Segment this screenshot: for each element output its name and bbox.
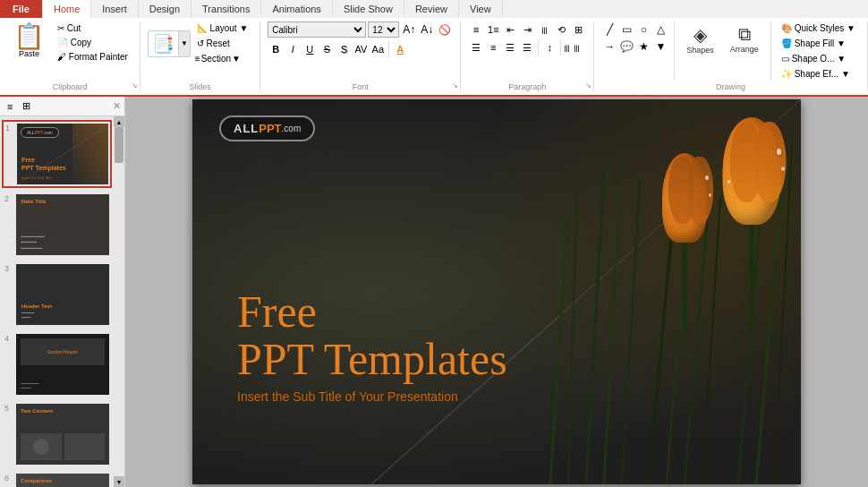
shape-line[interactable]: ╱ (601, 21, 617, 38)
shape-arrow[interactable]: → (601, 38, 617, 55)
strikethrough-button[interactable]: S (319, 41, 335, 57)
bullets-button[interactable]: ≡ (468, 21, 484, 38)
font-name-selector[interactable]: Calibri (268, 21, 366, 38)
justify-button[interactable]: ☰ (519, 39, 535, 56)
shapes-button[interactable]: ◈ Shapes (680, 21, 720, 57)
arrange-label: Arrange (730, 45, 759, 54)
slide-canvas[interactable]: ALLPPT.com Free PPT Templates Insert the… (192, 99, 801, 484)
text-direction-button[interactable]: ⟲ (553, 21, 569, 38)
decrease-indent-button[interactable]: ⇤ (502, 21, 518, 38)
shape-triangle[interactable]: △ (652, 21, 668, 38)
decrease-font-button[interactable]: A↓ (419, 21, 435, 38)
numbering-button[interactable]: 1≡ (485, 21, 501, 38)
paste-icon: 📋 (13, 24, 45, 49)
underline-button[interactable]: U (302, 41, 318, 57)
shape-fill-button[interactable]: 🪣 Shape Fill ▼ (777, 37, 860, 50)
logo-suffix: .com (282, 124, 302, 133)
tab-file[interactable]: File (0, 0, 43, 18)
slide-preview-2: ━━━━━━━━━━━━━━━━━━━━━━━ Slide Title (16, 194, 109, 255)
outline-view-button[interactable]: ≡ (4, 99, 16, 114)
align-right-button[interactable]: ☰ (502, 39, 518, 56)
quick-styles-button[interactable]: 🎨 Quick Styles ▼ (777, 21, 860, 35)
format-painter-button[interactable]: 🖌 Format Painter (53, 50, 132, 64)
slide-num-2: 2 (4, 194, 13, 203)
scroll-down-button[interactable]: ▼ (114, 476, 124, 487)
increase-indent-button[interactable]: ⇥ (519, 21, 535, 38)
droplet-mid-2 (709, 193, 711, 197)
slide-thumb-5[interactable]: 5 Two Content (2, 401, 112, 467)
columns-button[interactable]: ⫼ (536, 21, 552, 38)
slide-thumb-6[interactable]: 6 Comparison (2, 471, 112, 487)
slide-thumb-4[interactable]: 4 Section Header ━━━━━━━━━━━━━━━━ (2, 331, 112, 397)
shape-oval[interactable]: ○ (635, 21, 651, 38)
convert-smartart-button[interactable]: ⊞ (570, 21, 586, 38)
column-count-button[interactable]: ⫼⫼ (564, 39, 580, 56)
font-color-button[interactable]: A (392, 41, 408, 57)
paste-button[interactable]: 📋 Paste (7, 21, 51, 61)
tab-slideshow[interactable]: Slide Show (333, 0, 404, 18)
scroll-up-button[interactable]: ▲ (114, 116, 124, 127)
spacing-button[interactable]: AV (353, 41, 369, 57)
slide-thumb-2[interactable]: 2 ━━━━━━━━━━━━━━━━━━━━━━━ Slide Title (2, 192, 112, 258)
logo-all: ALL (234, 122, 259, 135)
section-button[interactable]: ≡ Section ▼ (192, 52, 252, 65)
slide-text-container: Free PPT Templates Insert the Sub Title … (237, 288, 507, 404)
shape-outline-button[interactable]: ▭ Shape O... ▼ (777, 52, 860, 65)
font-expand[interactable]: ↘ (452, 81, 458, 90)
font-label: Font (268, 82, 453, 91)
tab-home[interactable]: Home (43, 0, 91, 18)
tab-transitions[interactable]: Transitions (191, 0, 261, 18)
tab-view[interactable]: View (459, 0, 503, 18)
slide-view-button[interactable]: ⊞ (19, 98, 34, 114)
shape-callout[interactable]: 💬 (618, 38, 634, 55)
shape-rect[interactable]: ▭ (618, 21, 634, 38)
shape-star[interactable]: ★ (635, 38, 651, 55)
paste-label: Paste (19, 49, 39, 58)
slide-thumb-1[interactable]: 1 ALLPPT.com FreePPT Templates Insert th… (2, 120, 112, 188)
slide-num-5: 5 (4, 404, 13, 413)
petal-mid-right (688, 157, 713, 224)
drawing-divider (674, 21, 675, 81)
tab-animations[interactable]: Animations (261, 0, 332, 18)
shape-effects-button[interactable]: ✨ Shape Ef... ▼ (777, 67, 860, 81)
tab-insert[interactable]: Insert (91, 0, 139, 18)
arrange-button[interactable]: ⧉ Arrange (724, 21, 765, 56)
increase-font-button[interactable]: A↑ (401, 21, 417, 38)
reset-button[interactable]: ↺ Reset (192, 37, 252, 50)
new-slide-arrow[interactable]: ▼ (178, 31, 190, 56)
line-spacing-button[interactable]: ↕ (541, 39, 557, 56)
cut-button[interactable]: ✂ Cut (53, 21, 132, 35)
sp5-col2 (64, 433, 106, 460)
slide-preview-5: Two Content (16, 404, 109, 465)
main-area: ≡ ⊞ ✕ 1 ALLPPT.com FreePPT Templates Ins… (0, 97, 868, 487)
para-divider2 (560, 39, 561, 56)
close-panel-button[interactable]: ✕ (113, 100, 121, 112)
italic-button[interactable]: I (285, 41, 301, 57)
clipboard-label: Clipboard (7, 82, 132, 91)
tab-design[interactable]: Design (139, 0, 191, 18)
clear-format-button[interactable]: 🚫 (437, 21, 453, 38)
paragraph-expand[interactable]: ↘ (585, 81, 591, 90)
arrange-icon: ⧉ (738, 24, 751, 45)
shapes-grid: ╱ ▭ ○ △ → 💬 ★ ▼ (601, 21, 668, 55)
slide-preview-4: Section Header ━━━━━━━━━━━━━━━━ (16, 334, 109, 395)
bold-button[interactable]: B (268, 41, 284, 57)
scroll-thumb[interactable] (115, 127, 123, 163)
copy-button[interactable]: 📄 Copy (53, 36, 132, 49)
shape-more[interactable]: ▼ (652, 38, 668, 55)
slide-num-6: 6 (4, 474, 13, 483)
logo-ppt: PPT (259, 122, 281, 135)
font-size-selector[interactable]: 12 (368, 21, 399, 38)
slide-thumb-3[interactable]: 3 Header Text ━━━━━━━━━━━━ (2, 261, 112, 328)
drawing-label: Drawing (601, 82, 860, 91)
scroll-track[interactable] (114, 127, 124, 476)
shadow-button[interactable]: S (336, 41, 352, 57)
clipboard-expand[interactable]: ↘ (132, 81, 138, 90)
align-center-button[interactable]: ≡ (485, 39, 501, 56)
layout-button[interactable]: 📐 Layout ▼ (192, 21, 252, 35)
font-divider (388, 41, 389, 57)
align-left-button[interactable]: ☰ (468, 39, 484, 56)
case-button[interactable]: Aa (370, 41, 386, 57)
tab-review[interactable]: Review (404, 0, 459, 18)
new-slide-button[interactable]: 📑 ▼ (148, 30, 191, 57)
